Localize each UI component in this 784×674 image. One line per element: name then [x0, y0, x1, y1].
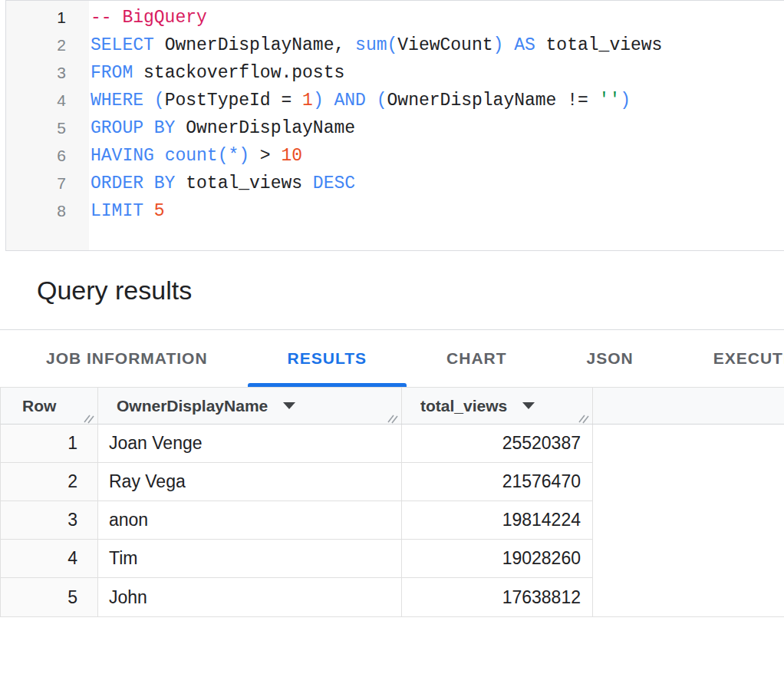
tab-label: JOB INFORMATION	[46, 349, 208, 368]
sort-dropdown-icon[interactable]	[522, 402, 535, 409]
code-token: sum(	[355, 35, 397, 55]
row-number-cell: 3	[1, 501, 98, 539]
editor-gutter: 12345678	[6, 1, 89, 250]
code-token: )	[620, 91, 631, 111]
code-token: >	[249, 146, 281, 166]
column-header-label: total_views	[420, 397, 507, 415]
code-line[interactable]: GROUP BY OwnerDisplayName	[91, 114, 784, 142]
table-body: 1Joan Venge255203872Ray Vega215764703ano…	[0, 425, 593, 616]
tab-results[interactable]: RESULTS	[248, 330, 407, 387]
owner-display-name-cell: John	[98, 578, 402, 616]
table-row: 2Ray Vega21576470	[1, 463, 592, 501]
code-token: ''	[599, 91, 621, 111]
table-header-row: RowOwnerDisplayNametotal_views	[0, 388, 784, 425]
line-number: 4	[6, 87, 89, 114]
tab-label: RESULTS	[288, 349, 367, 368]
tab-label: EXECUTION DETAILS	[713, 349, 784, 368]
column-resize-handle[interactable]	[578, 410, 590, 421]
code-token: HAVING	[91, 146, 154, 166]
table-row: 5John17638812	[1, 578, 592, 616]
code-token: GROUP BY	[91, 118, 175, 138]
row-number-cell: 4	[1, 540, 98, 577]
line-number: 1	[6, 4, 89, 31]
owner-display-name-cell: Ray Vega	[98, 463, 402, 501]
code-line[interactable]: SELECT OwnerDisplayName, sum(ViewCount) …	[91, 31, 784, 59]
owner-display-name-cell: Tim	[98, 540, 402, 577]
total-views-cell: 21576470	[402, 463, 593, 501]
table-row: 4Tim19028260	[1, 540, 592, 578]
table-row: 1Joan Venge25520387	[1, 425, 592, 463]
code-token: PostTypeId =	[165, 91, 302, 111]
code-token: ViewCount	[397, 35, 492, 55]
row-number-cell: 2	[1, 463, 98, 501]
column-header-label: Row	[22, 397, 56, 415]
code-token: count(*)	[165, 146, 249, 166]
code-token: OwnerDisplayName,	[154, 35, 355, 55]
code-line[interactable]: FROM stackoverflow.posts	[91, 59, 784, 87]
results-table: RowOwnerDisplayNametotal_views 1Joan Ven…	[0, 388, 784, 617]
row-number-cell: 1	[1, 425, 98, 462]
query-results-header: Query results	[0, 251, 784, 330]
tab-execution-details[interactable]: EXECUTION DETAILS	[674, 330, 784, 387]
line-number: 2	[6, 31, 89, 59]
tab-json[interactable]: JSON	[547, 330, 674, 387]
table-row: 3anon19814224	[1, 501, 592, 540]
tab-job-information[interactable]: JOB INFORMATION	[6, 330, 248, 387]
total-views-cell: 25520387	[402, 425, 593, 462]
active-tab-indicator	[248, 383, 407, 387]
editor-code[interactable]: -- BigQuerySELECT OwnerDisplayName, sum(…	[89, 1, 784, 250]
line-number: 3	[6, 59, 89, 87]
code-token	[154, 146, 165, 166]
line-number: 5	[6, 114, 89, 142]
column-header-total_views[interactable]: total_views	[402, 388, 593, 424]
code-token: 1	[302, 91, 313, 111]
code-token: OwnerDisplayName	[175, 118, 355, 138]
line-number: 6	[6, 142, 89, 170]
code-token: )	[313, 91, 324, 111]
code-line[interactable]: LIMIT 5	[91, 197, 784, 225]
code-token: )	[493, 35, 504, 55]
code-token: WHERE	[91, 91, 143, 111]
owner-display-name-cell: Joan Venge	[98, 425, 402, 462]
code-token	[143, 91, 154, 111]
results-tab-bar: JOB INFORMATIONRESULTSCHARTJSONEXECUTION…	[0, 330, 784, 388]
total-views-cell: 19028260	[402, 540, 593, 577]
code-token: total_views	[535, 35, 663, 55]
code-token: FROM	[91, 63, 133, 83]
sort-dropdown-icon[interactable]	[283, 402, 295, 409]
code-token: -- BigQuery	[91, 8, 207, 28]
code-token: DESC	[313, 173, 355, 193]
code-token	[143, 201, 154, 221]
total-views-cell: 17638812	[402, 578, 593, 616]
code-token: AS	[514, 35, 535, 55]
tab-chart[interactable]: CHART	[407, 330, 547, 387]
code-token: ORDER BY	[91, 173, 175, 193]
row-number-cell: 5	[1, 578, 98, 616]
column-header-empty	[593, 388, 784, 424]
code-token: (	[377, 91, 387, 111]
code-token: (	[154, 91, 165, 111]
sql-editor[interactable]: 12345678 -- BigQuerySELECT OwnerDisplayN…	[5, 0, 784, 251]
column-resize-handle[interactable]	[84, 410, 95, 421]
column-resize-handle[interactable]	[387, 410, 399, 421]
code-token	[503, 35, 514, 55]
code-line[interactable]: HAVING count(*) > 10	[91, 142, 784, 170]
code-token: LIMIT	[91, 201, 143, 221]
code-line[interactable]: WHERE (PostTypeId = 1) AND (OwnerDisplay…	[91, 87, 784, 114]
column-header-ownerdisplayname[interactable]: OwnerDisplayName	[98, 388, 402, 424]
code-line[interactable]: -- BigQuery	[91, 4, 784, 31]
code-token: stackoverflow.posts	[133, 63, 344, 83]
code-token: 10	[281, 146, 302, 166]
code-token: OwnerDisplayName !=	[387, 91, 599, 111]
code-token: AND	[334, 91, 366, 111]
table-bottom-border	[0, 616, 784, 617]
tab-label: JSON	[587, 349, 634, 368]
code-token	[324, 91, 334, 111]
code-token: 5	[154, 201, 165, 221]
line-number: 8	[6, 197, 89, 225]
tab-label: CHART	[446, 349, 507, 368]
code-token: total_views	[175, 173, 312, 193]
column-header-row[interactable]: Row	[1, 388, 98, 424]
line-number: 7	[6, 170, 89, 197]
code-line[interactable]: ORDER BY total_views DESC	[91, 170, 784, 197]
